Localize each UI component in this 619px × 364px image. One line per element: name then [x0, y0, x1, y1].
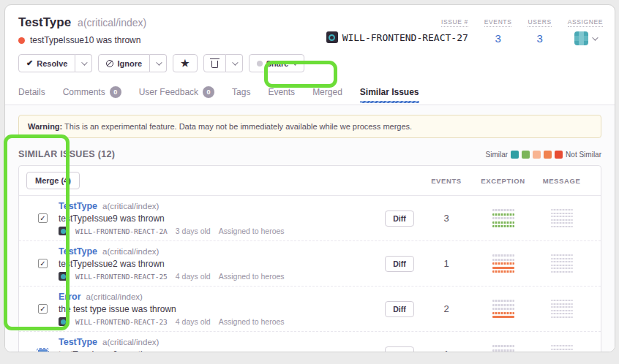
issue-culprit: a(critical/index) — [86, 292, 143, 301]
message-similarity-bars — [534, 344, 589, 352]
tab-merged[interactable]: Merged — [312, 82, 342, 105]
project-icon — [59, 227, 67, 235]
action-toolbar: ✔ Resolve Ignore ★ Share — [18, 54, 603, 72]
table-row: ✓ TestType a(critical/index) testTypeIss… — [19, 241, 601, 287]
issue-culprit: a(critical/index) — [102, 202, 159, 211]
issue-age: 4 days old — [176, 317, 211, 326]
comments-count-badge: 0 — [110, 86, 121, 98]
row-checkbox[interactable]: ✓ — [38, 259, 48, 268]
table-row: ✓ TestType a(critical/index) testTypeIss… — [19, 332, 601, 352]
issue-age: 4 days old — [176, 272, 211, 281]
table-row: ✓ Error a(critical/index) the test type … — [19, 287, 601, 332]
stat-events: EVENTS 3 — [484, 14, 512, 45]
issue-message: testTypeIssue9 was thrown — [59, 213, 378, 224]
exception-similarity-bars — [472, 253, 534, 275]
issue-short-id: WILL-FRONTEND-REACT-23 — [75, 318, 168, 326]
issue-detail-card: TestType a(critical/index) testTypeIssue… — [4, 4, 615, 352]
row-checkbox[interactable]: ✓ — [38, 304, 48, 314]
issue-link[interactable]: Error — [59, 292, 81, 302]
trash-icon — [211, 61, 218, 68]
legend-swatch — [555, 151, 563, 159]
issue-short-id: WILL-FRONTEND-REACT-2A — [75, 227, 168, 235]
issue-assigned: Assigned to heroes — [219, 317, 285, 326]
legend-not-similar-label: Not Similar — [566, 151, 601, 159]
row-events-count: 2 — [421, 303, 472, 314]
diff-button[interactable]: Diff — [385, 211, 414, 227]
experimental-warning-banner: Warning: This is an experimental feature… — [18, 115, 601, 138]
resolve-button[interactable]: ✔ Resolve — [18, 54, 75, 72]
project-icon — [326, 31, 338, 43]
issue-link[interactable]: TestType — [59, 337, 97, 347]
issue-age: 3 days old — [176, 227, 211, 235]
share-button[interactable]: Share — [249, 54, 305, 72]
resolve-dropdown-button[interactable] — [75, 54, 92, 72]
issue-assigned: Assigned to heroes — [219, 227, 285, 235]
issue-culprit: a(critical/index) — [102, 338, 159, 346]
issue-message: the test type issue was thrown — [59, 304, 378, 314]
row-checkbox[interactable]: ✓ — [38, 213, 48, 223]
legend-swatch — [544, 151, 552, 159]
chevron-down-icon — [156, 59, 162, 65]
chevron-down-icon — [232, 59, 238, 65]
issue-stats: ISSUE # WILL-FRONTEND-REACT-27 EVENTS 3 … — [326, 14, 603, 45]
issue-culprit: a(critical/index) — [102, 247, 159, 256]
tab-details[interactable]: Details — [18, 82, 45, 105]
stat-assignee: ASSIGNEE — [568, 14, 603, 45]
users-label: USERS — [528, 18, 551, 27]
events-count[interactable]: 3 — [484, 32, 512, 45]
delete-button[interactable] — [203, 54, 226, 72]
issue-message: testTypeIssue2 was thrown — [59, 259, 378, 269]
bookmark-button[interactable]: ★ — [173, 54, 198, 72]
exception-similarity-bars — [472, 298, 534, 320]
delete-dropdown-button[interactable] — [226, 54, 243, 72]
row-events-count: 1 — [421, 258, 472, 269]
ignore-button[interactable]: Ignore — [98, 54, 150, 72]
tab-similar-issues[interactable]: Similar Issues — [360, 82, 419, 105]
feedback-count-badge: 0 — [203, 86, 214, 98]
row-checkbox[interactable]: ✓ — [38, 349, 48, 352]
similarity-legend: Similar Not Similar — [486, 151, 601, 159]
table-row: ✓ TestType a(critical/index) testTypeIss… — [19, 196, 601, 241]
issue-message: testTypeIssue10 was thrown — [30, 35, 140, 45]
assignee-dropdown[interactable] — [568, 31, 603, 45]
issue-short-id: WILL-FRONTEND-REACT-25 — [75, 273, 168, 281]
chevron-down-icon — [292, 59, 298, 65]
issue-message: testTypeIssue6 was thrown — [59, 349, 378, 352]
legend-swatch — [511, 151, 519, 159]
users-count[interactable]: 3 — [528, 32, 551, 45]
tab-comments[interactable]: Comments0 — [63, 82, 121, 105]
tab-user-feedback[interactable]: User Feedback0 — [139, 82, 214, 105]
legend-swatch — [522, 151, 530, 159]
stat-users: USERS 3 — [528, 14, 551, 45]
column-header-exception: EXCEPTION — [472, 177, 534, 185]
issue-link[interactable]: TestType — [59, 246, 97, 257]
active-tab-underline — [360, 101, 419, 103]
legend-similar-label: Similar — [486, 151, 509, 159]
tab-events[interactable]: Events — [268, 82, 295, 105]
similar-issues-table: Merge (4) EVENTS EXCEPTION MESSAGE ✓ Tes… — [18, 165, 601, 352]
issue-tabbar: Details Comments0 User Feedback0 Tags Ev… — [5, 82, 615, 105]
exception-similarity-bars — [472, 208, 534, 230]
message-similarity-bars — [534, 298, 589, 320]
issue-number-label: ISSUE # — [441, 18, 468, 27]
row-events-count: 3 — [421, 213, 472, 224]
star-icon: ★ — [181, 58, 190, 68]
table-header: Merge (4) EVENTS EXCEPTION MESSAGE — [19, 166, 601, 196]
diff-button[interactable]: Diff — [385, 346, 414, 353]
issue-culprit: a(critical/index) — [78, 17, 146, 29]
diff-button[interactable]: Diff — [385, 301, 414, 317]
issue-header: TestType a(critical/index) testTypeIssue… — [5, 5, 615, 72]
similar-issues-heading: SIMILAR ISSUES (12) — [18, 149, 115, 159]
legend-swatch — [533, 151, 541, 159]
exception-similarity-bars — [472, 344, 534, 353]
column-header-message: MESSAGE — [534, 177, 589, 185]
tab-tags[interactable]: Tags — [232, 82, 250, 105]
ignore-dropdown-button[interactable] — [150, 54, 167, 72]
error-level-dot — [18, 37, 25, 44]
assignee-avatar — [574, 31, 588, 45]
merge-button[interactable]: Merge (4) — [26, 172, 80, 189]
issue-link[interactable]: TestType — [59, 201, 97, 211]
share-icon — [257, 61, 263, 67]
diff-button[interactable]: Diff — [385, 256, 414, 272]
issue-assigned: Assigned to heroes — [219, 272, 285, 281]
